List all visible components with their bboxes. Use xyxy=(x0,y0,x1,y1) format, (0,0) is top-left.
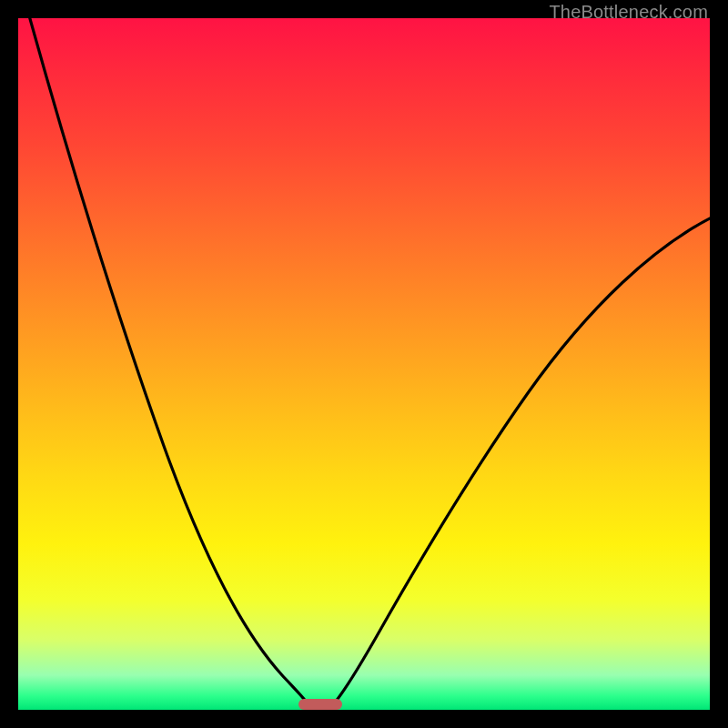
watermark-label: TheBottleneck.com xyxy=(549,2,708,23)
optimum-marker xyxy=(298,699,342,710)
curve-right xyxy=(335,217,710,703)
curve-left xyxy=(27,18,307,703)
chart-frame: TheBottleneck.com xyxy=(0,0,728,728)
plot-area xyxy=(18,18,710,710)
bottleneck-curves xyxy=(18,18,710,710)
